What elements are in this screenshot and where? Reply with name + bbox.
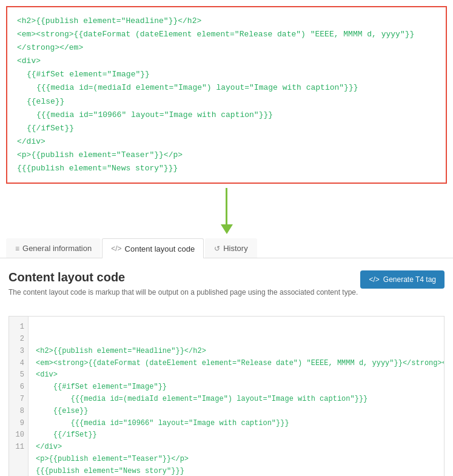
- generate-t4-tag-button[interactable]: </> Generate T4 tag: [360, 270, 445, 289]
- line-number: 5: [9, 369, 28, 381]
- preview-line: {{else}}: [17, 95, 436, 109]
- preview-line: <div>: [17, 55, 436, 68]
- line-number: 8: [9, 406, 28, 418]
- tab-icon-general: ≡: [15, 244, 19, 253]
- preview-line: {{/ifSet}}: [17, 122, 436, 135]
- preview-line: </div>: [17, 135, 436, 149]
- header-row: Content layout code The content layout c…: [8, 270, 445, 306]
- preview-line: <h2>{{publish element="Headline"}}</h2>: [17, 15, 436, 28]
- tab-content[interactable]: </>Content layout code: [102, 238, 204, 258]
- arrow-down: [221, 188, 233, 234]
- line-number: 1: [9, 321, 28, 334]
- main-content: Content layout code The content layout c…: [0, 258, 453, 476]
- tabs-bar: ≡General information</>Content layout co…: [0, 238, 453, 258]
- tab-label-general: General information: [22, 244, 92, 253]
- generate-btn-label: Generate T4 tag: [383, 275, 436, 284]
- preview-line: {{#ifSet element="Image"}}: [17, 68, 436, 81]
- section-title: Content layout code: [8, 270, 358, 284]
- line-number: 9: [9, 418, 28, 430]
- preview-line: {{{media id="10966" layout="Image with c…: [17, 109, 436, 122]
- line-number: 2: [9, 334, 28, 346]
- tab-label-content: Content layout code: [125, 244, 195, 253]
- line-number: 3: [9, 346, 28, 358]
- tab-label-history: History: [223, 244, 247, 253]
- generate-icon: </>: [369, 275, 379, 284]
- code-editor: 1234567891011 <h2>{{publish element="Hea…: [8, 316, 445, 476]
- line-number: 6: [9, 381, 28, 394]
- editor-line: {{#ifSet element="Image"}}: [36, 381, 437, 394]
- line-number: 7: [9, 394, 28, 406]
- editor-line: {{{media id=(mediaId element="Image") la…: [36, 394, 437, 406]
- line-number: 11: [9, 441, 28, 454]
- editor-line: {{else}}: [36, 406, 437, 418]
- tab-icon-history: ↺: [214, 244, 220, 253]
- preview-line: {{{media id=(mediaId element="Image") la…: [17, 81, 436, 95]
- section-header-text: Content layout code The content layout c…: [8, 270, 358, 306]
- line-number: 10: [9, 429, 28, 441]
- section-desc: The content layout code is markup that w…: [8, 288, 358, 297]
- code-editor-inner: 1234567891011 <h2>{{publish element="Hea…: [9, 317, 444, 476]
- line-numbers: 1234567891011: [9, 317, 29, 476]
- editor-line: <em><strong>{{dateFormat (dateElement el…: [36, 358, 437, 370]
- preview-line: <p>{{publish element="Teaser"}}</p>: [17, 149, 436, 162]
- editor-line: {{/ifSet}}: [36, 429, 437, 441]
- preview-line: <em><strong>{{dateFormat (dateElement el…: [17, 28, 436, 55]
- arrow-line: [226, 188, 227, 224]
- tab-icon-content: </>: [111, 244, 121, 253]
- arrow-section: [0, 184, 453, 238]
- editor-line: <h2>{{publish element="Headline"}}</h2>: [36, 346, 437, 358]
- editor-line: <div>: [36, 369, 437, 381]
- tab-history[interactable]: ↺History: [205, 238, 257, 258]
- preview-line: {{{publish element="News story"}}}: [17, 162, 436, 175]
- editor-line: </div>: [36, 441, 437, 454]
- editor-line: <p>{{publish element="Teaser"}}</p>: [36, 454, 437, 466]
- code-preview: <h2>{{publish element="Headline"}}</h2><…: [6, 6, 447, 184]
- tab-general[interactable]: ≡General information: [6, 238, 101, 258]
- code-content[interactable]: <h2>{{publish element="Headline"}}</h2> …: [29, 317, 444, 476]
- arrow-head: [221, 224, 233, 234]
- editor-line: {{{media id="10966" layout="Image with c…: [36, 418, 437, 430]
- line-number: 4: [9, 358, 28, 370]
- editor-line: {{{publish element="News story"}}}: [36, 466, 437, 476]
